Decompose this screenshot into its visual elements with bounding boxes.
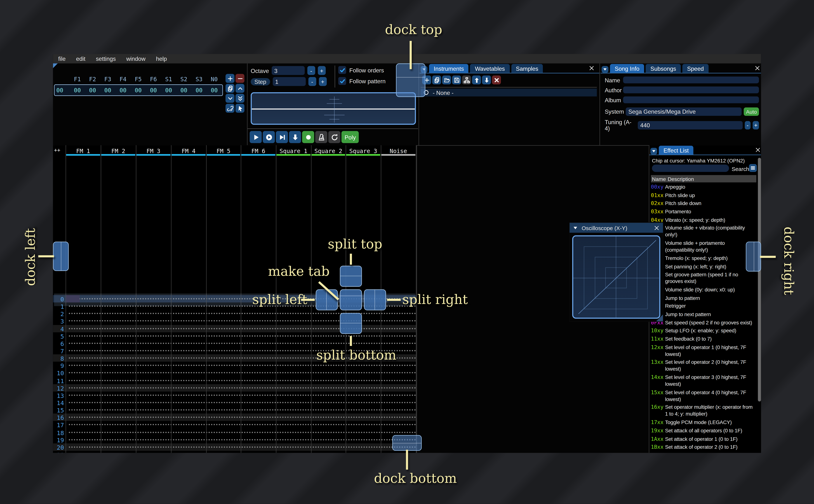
empty-row-dots[interactable] [68, 414, 416, 421]
dock-bottom-target[interactable] [392, 435, 422, 451]
duplicate-instrument-button[interactable] [432, 76, 441, 84]
poly-button[interactable]: Poly [341, 131, 359, 143]
effect-row-0Bxx[interactable]: 0BxxJump to pattern [651, 294, 756, 303]
make-tab-target[interactable] [340, 289, 362, 310]
pattern-row-3[interactable]: 3 [53, 317, 417, 325]
album-input[interactable] [623, 97, 759, 103]
order-value-F1[interactable]: 00 [70, 87, 85, 94]
menu-settings[interactable]: settings [96, 56, 116, 62]
effect-row-0Fxx[interactable]: 0FxxSet speed (speed 2 if no grooves exi… [651, 319, 756, 327]
pattern-row-18[interactable]: 18 [53, 428, 417, 436]
channel-header-fm-4[interactable]: FM 4 [171, 147, 206, 155]
effect-row-16xy[interactable]: 16xySet operator multiplier (x: operator… [651, 404, 756, 419]
tab-wavetables[interactable]: Wavetables [470, 64, 510, 73]
record-button[interactable] [302, 131, 314, 143]
move-order-down-button[interactable] [226, 94, 234, 103]
effect-row-0Dxx[interactable]: 0DxxJump to next pattern [651, 311, 756, 319]
effect-row-03xx[interactable]: 03xxPortamento [651, 208, 756, 216]
channel-header-fm-5[interactable]: FM 5 [206, 147, 241, 155]
play-from-cursor-button[interactable] [263, 131, 275, 143]
pattern-row-2[interactable]: 2 [53, 310, 417, 317]
delete-instrument-button[interactable] [492, 76, 501, 84]
split-bottom-target[interactable] [340, 313, 362, 334]
empty-row-dots[interactable] [68, 399, 416, 406]
effect-row-01xx[interactable]: 01xxPitch slide up [651, 192, 756, 200]
oscilloscope-titlebar[interactable]: Oscilloscope (X-Y) [570, 223, 663, 233]
pattern-row-4[interactable]: 4 [53, 325, 417, 332]
tab-samples[interactable]: Samples [511, 64, 543, 73]
dock-left-target[interactable] [53, 242, 69, 271]
pattern-row-11[interactable]: 11 [53, 377, 417, 384]
effect-row-07xy[interactable]: 07xyTremolo (x: speed; y: depth) [651, 255, 756, 263]
effect-row-05xy[interactable]: 05xyVolume slide + vibrato (compatibilit… [651, 225, 756, 240]
empty-row-dots[interactable] [68, 325, 416, 332]
effect-row-19xx[interactable]: 19xxSet attack of all operators (0 to 1F… [651, 427, 756, 435]
empty-row-dots[interactable] [68, 377, 416, 384]
split-right-target[interactable] [364, 289, 386, 310]
step-plus-button[interactable]: + [319, 77, 326, 86]
effect-row-06xy[interactable]: 06xyVolume slide + portamento (compatibi… [651, 240, 756, 255]
split-top-target[interactable] [340, 266, 362, 287]
effect-row-09xx[interactable]: 09xxSet groove pattern (speed 1 if no gr… [651, 271, 756, 286]
channel-header-fm-2[interactable]: FM 2 [101, 147, 136, 155]
tab-subsongs[interactable]: Subsongs [646, 64, 681, 73]
channel-header-fm-1[interactable]: FM 1 [66, 147, 101, 155]
order-value-S2[interactable]: 00 [176, 87, 191, 94]
name-input[interactable] [623, 76, 759, 83]
order-value-F5[interactable]: 00 [130, 87, 146, 94]
order-value-F2[interactable]: 00 [85, 87, 100, 94]
effect-row-17xx[interactable]: 17xxToggle PCM mode (LEGACY) [651, 419, 756, 427]
empty-row-dots[interactable] [68, 436, 416, 443]
pattern-row-14[interactable]: 14 [53, 399, 417, 406]
step-button[interactable]: Step [251, 78, 270, 85]
instrument-organizer-button[interactable] [462, 76, 471, 84]
empty-row-dots[interactable] [68, 310, 416, 317]
move-instrument-up-button[interactable] [472, 76, 481, 84]
empty-row-dots[interactable] [68, 451, 416, 453]
order-change-mode-button[interactable] [235, 104, 244, 113]
duplicate-order-end-button[interactable] [235, 94, 244, 103]
effect-row-14xx[interactable]: 14xxSet level of operator 3 (0 highest, … [651, 374, 756, 389]
move-order-up-button[interactable] [235, 84, 244, 93]
collapse-button[interactable] [650, 148, 657, 155]
empty-row-dots[interactable] [68, 332, 416, 340]
empty-row-dots[interactable] [68, 369, 416, 377]
effect-row-11xx[interactable]: 11xxSet feedback (0 to 7) [651, 335, 756, 344]
effect-row-0Cxx[interactable]: 0CxxRetrigger [651, 302, 756, 311]
pattern-row-12[interactable]: 12 [53, 384, 417, 391]
pattern-row-10[interactable]: 10 [53, 369, 417, 377]
stop-button[interactable] [289, 131, 301, 143]
tab-song-info[interactable]: Song Info [610, 64, 644, 73]
effect-row-04xy[interactable]: 04xyVibrato (x: speed; y: depth) [651, 216, 756, 225]
author-input[interactable] [623, 86, 759, 93]
deep-clone-order-button[interactable] [226, 104, 234, 113]
effect-row-0Axy[interactable]: 0AxyVolume slide (0y: down; x0: up) [651, 286, 756, 294]
empty-row-dots[interactable] [68, 384, 416, 391]
effect-list-scrollbar[interactable] [758, 158, 761, 401]
order-value-F6[interactable]: 00 [146, 87, 161, 94]
pattern-row-21[interactable]: 21 [53, 451, 417, 453]
empty-row-dots[interactable] [68, 406, 416, 414]
empty-row-dots[interactable] [68, 428, 416, 436]
pattern-row-6[interactable]: 6 [53, 340, 417, 347]
dock-right-target[interactable] [746, 242, 761, 272]
menu-window[interactable]: window [126, 56, 145, 62]
order-value-F3[interactable]: 00 [100, 87, 115, 94]
octave-minus-button[interactable]: - [307, 66, 315, 75]
pattern-row-13[interactable]: 13 [53, 391, 417, 399]
system-input[interactable]: Sega Genesis/Mega Drive [626, 107, 742, 116]
close-icon[interactable] [754, 65, 761, 71]
pattern-row-5[interactable]: 5 [53, 332, 417, 340]
step-minus-button[interactable]: - [308, 77, 316, 86]
effect-row-1Cxx[interactable]: 1CxxSet attack of operator 3 (0 to 1F) [651, 452, 756, 453]
effect-row-12xx[interactable]: 12xxSet level of operator 1 (0 highest, … [651, 344, 756, 359]
instrument-list-item[interactable]: - None - [421, 89, 597, 97]
empty-row-dots[interactable] [68, 317, 416, 325]
tab-speed[interactable]: Speed [682, 64, 709, 73]
empty-row-dots[interactable] [68, 362, 416, 369]
octave-input[interactable]: 3 [271, 66, 304, 75]
empty-row-dots[interactable] [68, 391, 416, 399]
pattern-expand-label[interactable]: ++ [54, 147, 60, 153]
repeat-pattern-button[interactable] [328, 131, 340, 143]
pattern-row-9[interactable]: 9 [53, 362, 417, 369]
